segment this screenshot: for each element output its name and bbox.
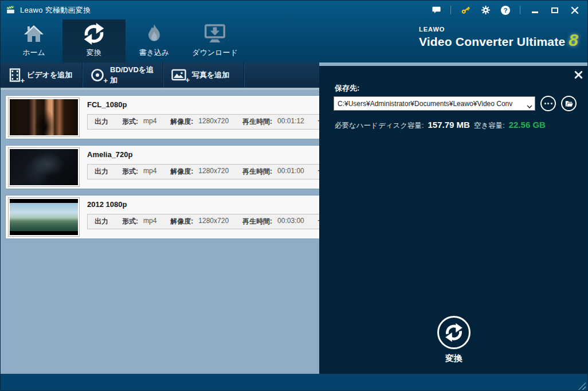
brand-name: LEAWO bbox=[419, 26, 578, 33]
tab-burn-label: 書き込み bbox=[139, 48, 170, 58]
register-key-icon[interactable] bbox=[460, 5, 471, 16]
resolution-label: 解像度: bbox=[170, 117, 193, 127]
resolution-value: 1280x720 bbox=[198, 167, 229, 177]
convert-button[interactable] bbox=[437, 316, 471, 349]
browse-button[interactable] bbox=[540, 96, 556, 111]
output-label: 出力 bbox=[95, 217, 108, 226]
video-thumbnail bbox=[8, 197, 80, 237]
duration-label: 再生時間: bbox=[242, 117, 272, 127]
panel-close-icon[interactable] bbox=[573, 69, 583, 80]
resolution-value: 1280x720 bbox=[198, 217, 229, 226]
add-photo-label: 写真を追加 bbox=[192, 70, 229, 80]
save-destination-label: 保存先: bbox=[335, 83, 359, 93]
add-bddvd-label: BD/DVDを追加 bbox=[110, 65, 155, 85]
format-label: 形式: bbox=[122, 167, 138, 177]
disc-plus-icon: + bbox=[91, 68, 104, 82]
duration-value: 00:01:12 bbox=[277, 117, 304, 127]
statusbar bbox=[1, 374, 587, 391]
tab-home-label: ホーム bbox=[22, 48, 45, 58]
convert-panel: 保存先: 必要なハードディスク容量: 157.79 MB 空き容量: 22.56… bbox=[319, 66, 588, 374]
convert-button-label: 変換 bbox=[319, 353, 588, 364]
flame-icon bbox=[144, 21, 164, 47]
add-video-label: ビデオを追加 bbox=[27, 70, 72, 80]
duration-label: 再生時間: bbox=[242, 217, 272, 226]
format-value: mp4 bbox=[143, 117, 156, 127]
folder-icon bbox=[565, 100, 573, 107]
help-icon[interactable]: ? bbox=[500, 5, 511, 16]
home-icon bbox=[22, 21, 45, 47]
add-photo-button[interactable]: + 写真を追加 bbox=[163, 62, 244, 88]
duration-label: 再生時間: bbox=[242, 167, 272, 177]
resolution-label: 解像度: bbox=[170, 217, 193, 226]
product-logo: LEAWO Video Converter Ultimate 8 bbox=[419, 19, 587, 62]
capacity-info: 必要なハードディスク容量: 157.79 MB 空き容量: 22.56 GB bbox=[335, 120, 546, 131]
duration-value: 00:03:00 bbox=[277, 217, 304, 226]
toolbar-divider bbox=[244, 62, 244, 88]
open-folder-button[interactable] bbox=[561, 96, 577, 111]
tab-burn[interactable]: 書き込み bbox=[126, 19, 183, 62]
navbar: ホーム 変換 bbox=[1, 19, 587, 62]
output-label: 出力 bbox=[95, 117, 108, 127]
photo-plus-icon: + bbox=[171, 69, 186, 81]
resolution-label: 解像度: bbox=[170, 167, 193, 177]
feedback-icon[interactable] bbox=[430, 5, 442, 16]
tab-download[interactable]: ダウンロード bbox=[183, 19, 247, 62]
required-space-value: 157.79 MB bbox=[428, 120, 470, 130]
tab-home[interactable]: ホーム bbox=[5, 19, 62, 62]
output-label: 出力 bbox=[95, 167, 108, 177]
maximize-button[interactable] bbox=[549, 5, 560, 16]
tab-convert[interactable]: 変換 bbox=[62, 19, 126, 62]
product-version: 8 bbox=[569, 33, 578, 48]
ellipsis-icon bbox=[544, 103, 552, 104]
window-title: Leawo 究極動画変換 bbox=[20, 5, 91, 15]
video-thumbnail bbox=[8, 147, 80, 187]
save-path-combobox[interactable] bbox=[334, 96, 535, 111]
resize-grip[interactable] bbox=[578, 382, 586, 390]
minimize-button[interactable] bbox=[529, 5, 540, 16]
tab-convert-label: 変換 bbox=[87, 48, 101, 58]
clapperboard-icon bbox=[6, 5, 15, 15]
required-space-label: 必要なハードディスク容量: bbox=[335, 121, 424, 131]
video-thumbnail bbox=[8, 97, 80, 137]
product-name: Video Converter Ultimate bbox=[419, 35, 565, 49]
titlebar-separator bbox=[450, 6, 451, 14]
convert-sync-icon bbox=[444, 322, 464, 343]
toolbar: + ビデオを追加 + BD/DVDを追加 + bbox=[1, 62, 319, 88]
resolution-value: 1280x720 bbox=[198, 117, 229, 127]
add-bddvd-button[interactable]: + BD/DVDを追加 bbox=[83, 62, 163, 88]
duration-value: 00:01:00 bbox=[277, 167, 304, 177]
settings-gear-icon[interactable] bbox=[480, 5, 491, 16]
tab-download-label: ダウンロード bbox=[192, 48, 238, 58]
format-value: mp4 bbox=[143, 217, 156, 226]
format-value: mp4 bbox=[143, 167, 156, 177]
free-space-label: 空き容量: bbox=[474, 121, 505, 131]
app-window: Leawo 究極動画変換 bbox=[0, 0, 588, 391]
chevron-down-icon[interactable] bbox=[527, 101, 532, 111]
save-path-input[interactable] bbox=[334, 96, 535, 111]
free-space-value: 22.56 GB bbox=[509, 120, 546, 130]
add-video-button[interactable]: + ビデオを追加 bbox=[1, 62, 82, 88]
format-label: 形式: bbox=[122, 117, 138, 127]
close-button[interactable] bbox=[569, 5, 581, 16]
filmstrip-plus-icon: + bbox=[9, 68, 21, 82]
format-label: 形式: bbox=[122, 217, 138, 226]
titlebar: Leawo 究極動画変換 bbox=[1, 1, 587, 19]
download-icon bbox=[204, 21, 226, 47]
convert-sync-icon bbox=[82, 21, 106, 47]
titlebar-separator bbox=[520, 6, 520, 14]
